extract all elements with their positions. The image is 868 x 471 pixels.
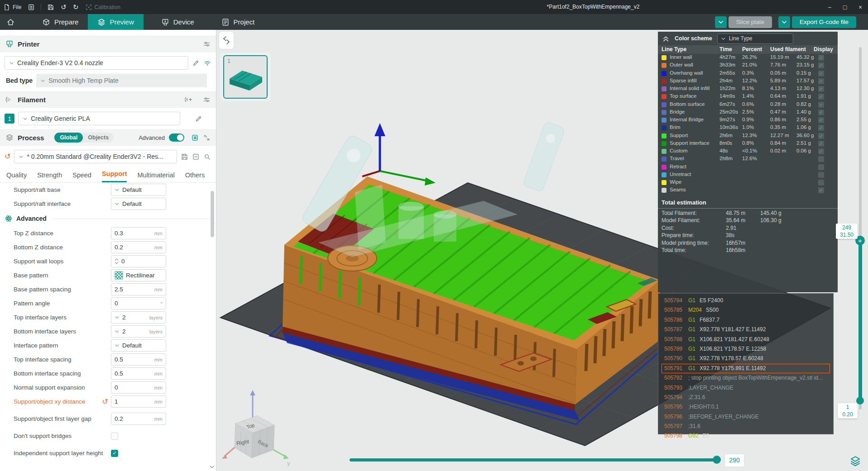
gcode-line[interactable]: 505789G1X106.821 Y178.57 E.12258 (662, 344, 830, 354)
gcode-viewer[interactable]: 505784G1E5 F2400505785M204S500505786G1F6… (658, 293, 834, 434)
panel-collapse-button[interactable] (219, 32, 234, 49)
display-checkbox[interactable] (818, 156, 824, 162)
gcode-line[interactable]: 505787G1X92.778 Y181.427 E.11492 (662, 325, 830, 334)
move-slider-track[interactable] (350, 458, 717, 461)
gcode-line[interactable]: 505793;LAYER_CHANGE (662, 383, 830, 393)
scope-global[interactable]: Global (54, 133, 83, 143)
gcode-line[interactable]: 505785M204S500 (662, 305, 830, 315)
gcode-line[interactable]: 505786G1F6837.7 (662, 315, 830, 325)
display-checkbox[interactable]: ✓ (818, 55, 824, 61)
display-checkbox[interactable]: ✓ (818, 62, 824, 68)
printer-select[interactable]: Creality Ender-3 V2 0.4 nozzle (5, 56, 188, 70)
edit-icon[interactable] (195, 115, 202, 123)
setting-control[interactable]: 2layers (111, 311, 166, 324)
scope-objects[interactable]: Objects (83, 133, 114, 143)
display-checkbox[interactable]: ✓ (818, 86, 824, 92)
add-filament-icon[interactable] (184, 95, 192, 104)
setting-control[interactable]: Default (111, 198, 166, 210)
display-checkbox[interactable] (818, 164, 824, 170)
tab-strength[interactable]: Strength (37, 171, 62, 182)
scope-toggle[interactable]: Global Objects (54, 133, 114, 143)
setting-control[interactable]: 0mm (111, 381, 166, 394)
gcode-line[interactable]: 505796;BEFORE_LAYER_CHANGE (662, 412, 830, 422)
redo-button[interactable]: ↻ (70, 0, 82, 14)
export-gcode-button[interactable]: Export G-code file (792, 16, 856, 28)
compare-ab-icon[interactable]: AB (203, 134, 211, 142)
gcode-line[interactable]: 505798G92E0 (662, 431, 830, 441)
setting-control[interactable]: 0.3mm (111, 227, 166, 239)
setting-control[interactable]: 1mm (111, 395, 166, 408)
preset-select[interactable]: * 0.20mm Standard @Creality Ender3V2 - R… (14, 150, 177, 163)
setting-control[interactable]: 0.2mm (111, 413, 166, 425)
file-menu[interactable]: File (0, 0, 24, 14)
display-checkbox[interactable]: ✓ (818, 71, 824, 76)
display-checkbox[interactable]: ✓ (818, 94, 824, 100)
tab-quality[interactable]: Quality (6, 171, 27, 182)
gcode-line[interactable]: 505792; stop printing object BoxTopWithE… (662, 373, 830, 383)
display-checkbox[interactable]: ✓ (818, 109, 824, 115)
gcode-line[interactable]: 505794;Z:31.6 (662, 393, 830, 402)
setting-checkbox[interactable] (111, 433, 118, 440)
setting-control[interactable]: 0° (111, 297, 166, 309)
slice-plate-button[interactable]: Slice plate (729, 16, 772, 28)
tab-multimaterial[interactable]: Multimaterial (137, 171, 174, 182)
display-checkbox[interactable]: ✓ (818, 187, 824, 193)
display-checkbox[interactable]: ✓ (818, 133, 824, 139)
preset-list-icon[interactable] (191, 134, 199, 142)
move-slider-handle[interactable] (713, 456, 721, 464)
spinner-arrows[interactable] (115, 258, 119, 264)
setting-control[interactable]: 2layers (111, 325, 166, 338)
gcode-line[interactable]: 505791G1X92.778 Y175.891 E.11492 (662, 364, 830, 373)
restore-button[interactable]: □ (837, 0, 853, 14)
setting-control[interactable]: 0 (111, 255, 166, 267)
advanced-toggle[interactable] (169, 133, 184, 142)
gcode-line[interactable]: 505784G1E5 F2400 (662, 296, 830, 305)
setting-control[interactable]: 2.5mm (111, 283, 166, 295)
display-checkbox[interactable]: ✓ (818, 117, 824, 123)
plate-thumbnail[interactable]: 1 (223, 55, 268, 99)
collapse-up-icon[interactable] (662, 35, 670, 42)
slice-options-button[interactable] (715, 16, 727, 28)
save-button[interactable] (44, 0, 58, 14)
save-preset-icon[interactable] (181, 153, 188, 161)
tab-project[interactable]: Project (212, 14, 264, 30)
sliders-icon[interactable] (203, 96, 211, 104)
display-checkbox[interactable]: ✓ (818, 102, 824, 108)
gcode-line[interactable]: 505790G1X92.778 Y178.57 E.60248 (662, 354, 830, 363)
sliders-icon[interactable] (203, 40, 211, 48)
gcode-line[interactable]: 505795;HEIGHT:0.1 (662, 402, 830, 412)
tab-others[interactable]: Others (185, 171, 205, 182)
gcode-line[interactable]: 505797;31.6 (662, 422, 830, 431)
bed-type-select[interactable]: Smooth High Temp Plate (36, 74, 207, 87)
minimize-button[interactable]: − (822, 0, 837, 14)
setting-control[interactable]: Default (111, 184, 166, 196)
display-checkbox[interactable]: ✓ (818, 148, 824, 154)
tab-device[interactable]: Device (152, 14, 204, 30)
close-button[interactable]: × (853, 0, 868, 14)
setting-control[interactable]: 0.2mm (111, 241, 166, 253)
export-options-button[interactable] (778, 16, 790, 28)
setting-control[interactable]: 0.5mm (111, 353, 166, 366)
notes-button[interactable] (24, 0, 38, 14)
display-checkbox[interactable] (818, 172, 824, 178)
display-checkbox[interactable]: ✓ (818, 141, 824, 147)
display-checkbox[interactable]: ✓ (818, 78, 824, 84)
orientation-cube[interactable]: Top Right Back y (220, 385, 297, 471)
scrollbar-thumb[interactable] (211, 191, 214, 237)
edit-icon[interactable] (192, 59, 200, 67)
color-scheme-select[interactable]: Line Type (717, 33, 793, 44)
layers-view-button[interactable] (849, 455, 861, 467)
tab-speed[interactable]: Speed (72, 171, 91, 182)
filament-select[interactable]: Creality Generic PLA (18, 112, 180, 125)
setting-control[interactable]: Default (111, 339, 166, 352)
tab-prepare[interactable]: Prepare (33, 14, 88, 30)
setting-checkbox[interactable]: ✓ (111, 450, 118, 457)
tab-support[interactable]: Support (102, 170, 127, 182)
collapse-box-icon[interactable] (192, 153, 200, 161)
tab-preview[interactable]: Preview (88, 14, 143, 30)
gcode-line[interactable]: 505788G1X106.821 Y181.427 E.60248 (662, 335, 830, 344)
display-checkbox[interactable]: ✓ (818, 125, 824, 131)
setting-control[interactable]: Rectilinear (111, 269, 166, 281)
filament-slot-badge[interactable]: 1 (5, 114, 14, 124)
undo-button[interactable]: ↺ (58, 0, 70, 14)
